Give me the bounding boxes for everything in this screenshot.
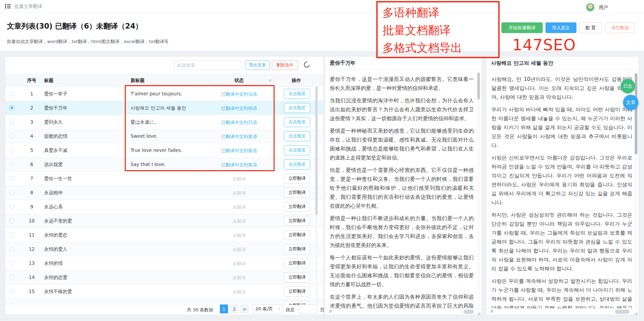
row-index: 14 bbox=[25, 275, 39, 280]
table-row[interactable]: 1爱你一辈子T'aimer pour toujours.已翻译中文到法语点击预览 bbox=[6, 87, 323, 101]
page-size-select[interactable]: 20 条/页 ∨ bbox=[252, 304, 283, 313]
translate-now-button[interactable]: 立即翻译 bbox=[284, 244, 310, 254]
source-article-panel: 爱你千万年 爱你千万年，这是一个浪漫而又动人的甜蜜誓言。它意味着一份长久而深厚的… bbox=[325, 57, 481, 314]
translate-now-button[interactable]: 立即翻译 bbox=[284, 230, 310, 240]
row-status[interactable]: 已翻译中文到韩语 bbox=[209, 105, 269, 112]
table-row[interactable]: 12永恒的爱人未翻译立即翻译 bbox=[6, 242, 323, 256]
table-row[interactable]: 6说出我爱Say that I love.已翻译中文到英语点击预览 bbox=[6, 157, 323, 172]
preview-button[interactable]: 点击预览 bbox=[284, 145, 310, 155]
config-button[interactable]: 配 置 bbox=[580, 22, 602, 33]
search-input[interactable] bbox=[173, 60, 242, 70]
resize-grip-icon[interactable] bbox=[634, 310, 638, 314]
start-batch-translate-button[interactable]: 开始批量翻译 bbox=[501, 22, 543, 33]
clear-data-button[interactable]: 清空数据 bbox=[605, 22, 635, 33]
table-scrollbar-thumb[interactable] bbox=[315, 87, 318, 215]
table-row[interactable]: 11永恒的爱恋未翻译立即翻译 bbox=[6, 228, 323, 242]
translate-now-button[interactable]: 立即翻译 bbox=[284, 188, 310, 198]
row-radio[interactable] bbox=[9, 120, 14, 124]
translate-now-button[interactable]: 立即翻译 bbox=[284, 174, 310, 184]
annotation-line: 多语种翻译 bbox=[382, 4, 498, 21]
table-row[interactable]: 9永远心系未翻译立即翻译 bbox=[6, 200, 323, 214]
row-title: 爱到永久 bbox=[44, 119, 63, 125]
avatar[interactable] bbox=[586, 3, 594, 11]
source-article-title: 爱你千万年 bbox=[325, 57, 481, 70]
table-row[interactable]: 10永远不变的爱未翻译立即翻译 bbox=[6, 214, 323, 228]
row-new-title: Say that I love. bbox=[131, 162, 166, 167]
row-new-title: Sweet love. bbox=[131, 133, 157, 139]
export-articles-button[interactable]: 导出文章 bbox=[245, 60, 270, 70]
translation-body[interactable]: 사랑해요, 만 10년이라도. 이것은 낭만적이면서도 감동적인 달콤한 맹세입… bbox=[491, 70, 632, 308]
jump-page-input[interactable] bbox=[298, 304, 317, 313]
table-row[interactable]: 7爱你一生一世未翻译立即翻译 bbox=[6, 172, 323, 186]
log-float-button[interactable]: 日志 bbox=[621, 79, 635, 93]
row-title: 爱你千万年 bbox=[44, 105, 68, 111]
row-radio[interactable] bbox=[9, 218, 14, 223]
row-radio[interactable] bbox=[9, 134, 14, 138]
table-scrollbar[interactable] bbox=[315, 87, 318, 305]
row-radio[interactable] bbox=[9, 289, 14, 294]
preview-button[interactable]: 点击预览 bbox=[284, 131, 310, 141]
row-radio[interactable] bbox=[9, 204, 14, 209]
row-status: 未翻译 bbox=[209, 275, 269, 281]
table-row[interactable]: 13永恒的情未翻译立即翻译 bbox=[6, 256, 323, 270]
source-scrollbar-thumb[interactable] bbox=[477, 73, 480, 100]
preview-button[interactable]: 点击预览 bbox=[284, 159, 310, 169]
import-source-button[interactable]: 导入原文 bbox=[545, 22, 576, 33]
row-title: 爱你一辈子 bbox=[44, 91, 68, 97]
annotation-box: 多语种翻译批量文档翻译多格式文档导出 bbox=[376, 1, 500, 58]
translate-now-button[interactable]: 立即翻译 bbox=[284, 202, 310, 212]
article-body[interactable]: 爱你千万年，这是一个浪漫而又动人的甜蜜誓言。它意味着一份长久而深厚的爱，是一种对… bbox=[330, 70, 474, 308]
row-radio[interactable] bbox=[9, 275, 14, 280]
preview-button[interactable]: 点击预览 bbox=[284, 103, 310, 113]
row-radio[interactable] bbox=[9, 176, 14, 181]
table-row[interactable]: 2爱你千万年사랑해요 만고의 세월 동안已翻译中文到韩语点击预览 bbox=[6, 101, 323, 115]
table-row[interactable]: 3爱到永久愛は永遠に。已翻译中文到日语点击预览 bbox=[6, 115, 323, 129]
row-radio[interactable] bbox=[9, 91, 14, 96]
horizontal-scroll-thumb[interactable] bbox=[463, 310, 474, 314]
table-row[interactable]: 15永恒不移的爱未翻译立即翻译 bbox=[6, 284, 323, 299]
table-row[interactable]: 14永恒的恋爱未翻译立即翻译 bbox=[6, 270, 323, 284]
row-status[interactable]: 已翻译中文到英语 bbox=[209, 162, 269, 168]
article-float-button[interactable]: 文章 bbox=[623, 95, 638, 110]
row-radio[interactable] bbox=[9, 190, 14, 195]
translate-now-button[interactable]: 立即翻译 bbox=[284, 258, 310, 268]
pagination-next[interactable]: > bbox=[241, 304, 249, 313]
resize-grip-icon[interactable] bbox=[477, 310, 481, 314]
translate-now-button[interactable]: 立即翻译 bbox=[284, 287, 310, 297]
element-path-tag: P bbox=[329, 309, 332, 314]
table-row[interactable]: 4甜蜜的恋情Sweet love.已翻译中文到英语点击预览 bbox=[6, 129, 323, 143]
pagination-page-1[interactable]: 1 bbox=[220, 304, 228, 313]
horizontal-scroll-thumb[interactable] bbox=[615, 310, 630, 314]
refresh-icon[interactable] bbox=[303, 61, 311, 69]
source-scrollbar[interactable] bbox=[477, 71, 480, 308]
row-status[interactable]: 已翻译中文到法语 bbox=[209, 91, 269, 97]
row-radio[interactable] bbox=[9, 303, 14, 305]
article-list-panel: 导出文章 删除选中 序号 标题 新标题 状态 ▼ 操作 1爱你一辈子T'aime… bbox=[6, 57, 323, 314]
preview-button[interactable]: 点击预览 bbox=[284, 89, 310, 99]
menu-fold-icon[interactable] bbox=[5, 3, 11, 9]
sort-caret-icon[interactable]: ▼ bbox=[269, 79, 272, 82]
row-radio[interactable] bbox=[9, 162, 14, 167]
row-radio[interactable] bbox=[9, 247, 14, 251]
row-radio[interactable] bbox=[9, 232, 14, 237]
pagination-page-2[interactable]: 2 bbox=[230, 304, 238, 313]
translate-now-button[interactable]: 立即翻译 bbox=[284, 272, 310, 282]
row-status[interactable]: 已翻译中文到英语 bbox=[209, 134, 269, 140]
table-row[interactable]: 5真爱永不减True love never fades.已翻译中文到英语点击预览 bbox=[6, 143, 323, 157]
page-size-value: 20 条/页 bbox=[255, 306, 273, 312]
element-path-tag: P bbox=[491, 309, 493, 314]
row-status[interactable]: 已翻译中文到英语 bbox=[209, 148, 269, 154]
header-divider bbox=[274, 77, 274, 84]
translation-scrollbar-thumb[interactable] bbox=[635, 73, 637, 154]
delete-selected-button[interactable]: 删除选中 bbox=[272, 60, 298, 70]
row-radio[interactable] bbox=[9, 105, 14, 110]
row-radio[interactable] bbox=[9, 261, 14, 266]
pagination-total: 共 30 条数据 bbox=[187, 307, 213, 313]
preview-button[interactable]: 点击预览 bbox=[284, 117, 310, 127]
translate-now-button[interactable]: 立即翻译 bbox=[284, 216, 310, 226]
paragraph: 爱你千万年，这是一个浪漫而又动人的甜蜜誓言。它意味着一份长久而深厚的爱，是一种对… bbox=[330, 75, 474, 93]
annotation-line: 批量文档翻译 bbox=[382, 22, 498, 39]
row-status[interactable]: 已翻译中文到日语 bbox=[209, 120, 269, 126]
table-row[interactable]: 8永远相伴未翻译立即翻译 bbox=[6, 186, 323, 200]
row-radio[interactable] bbox=[9, 148, 14, 153]
